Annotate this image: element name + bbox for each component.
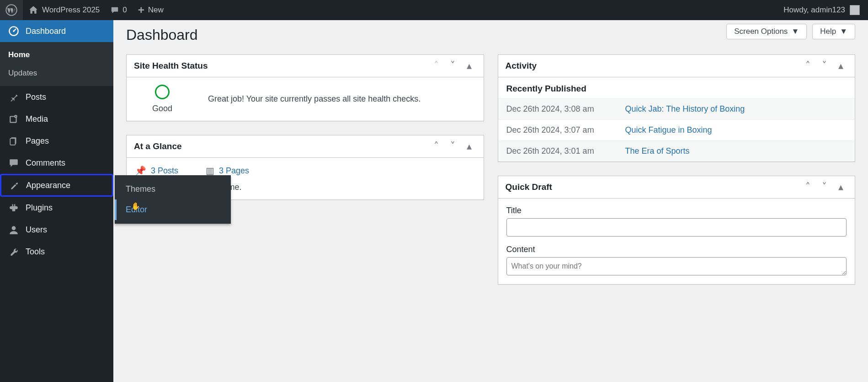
comments-link[interactable]: 0 bbox=[105, 0, 132, 20]
content-label: Content bbox=[506, 245, 847, 254]
activity-date: Dec 26th 2024, 3:07 am bbox=[506, 125, 612, 135]
wordpress-logo-menu[interactable] bbox=[0, 0, 23, 20]
activity-date: Dec 26th 2024, 3:08 am bbox=[506, 104, 612, 114]
toggle-button[interactable]: ▴ bbox=[834, 182, 847, 193]
chevron-down-icon: ▼ bbox=[791, 27, 799, 36]
appearance-flyout: Themes Editor ✋ bbox=[115, 175, 231, 224]
activity-link[interactable]: Quick Jab: The History of Boxing bbox=[625, 104, 745, 114]
svg-rect-6 bbox=[10, 139, 15, 145]
activity-link[interactable]: Quick Fatigue in Boxing bbox=[625, 125, 712, 135]
activity-row: Dec 26th 2024, 3:07 am Quick Fatigue in … bbox=[498, 119, 855, 140]
move-up-button[interactable]: ˄ bbox=[430, 60, 443, 71]
sidebar-item-media[interactable]: Media bbox=[0, 108, 113, 130]
sidebar-label: Media bbox=[26, 114, 48, 124]
pin-icon bbox=[8, 91, 19, 102]
sidebar-sub-updates[interactable]: Updates bbox=[0, 64, 113, 82]
main-content: Screen Options ▼ Help ▼ Dashboard Site H… bbox=[113, 0, 868, 298]
sidebar-label: Posts bbox=[26, 92, 46, 102]
howdy-text: Howdy, admin123 bbox=[783, 5, 845, 15]
comments-count: 0 bbox=[122, 5, 127, 15]
sidebar-label: Plugins bbox=[26, 203, 53, 213]
admin-sidebar: Dashboard Home Updates Posts Media Pages… bbox=[0, 20, 113, 298]
widget-title: Activity bbox=[506, 61, 801, 71]
activity-list: Dec 26th 2024, 3:08 am Quick Jab: The Hi… bbox=[498, 98, 855, 161]
activity-link[interactable]: The Era of Sports bbox=[625, 146, 690, 156]
sidebar-item-users[interactable]: Users bbox=[0, 219, 113, 241]
screen-meta-links: Screen Options ▼ Help ▼ bbox=[726, 24, 855, 39]
avatar bbox=[850, 5, 860, 15]
pages-icon: ▥ bbox=[206, 165, 214, 176]
new-content-link[interactable]: + New bbox=[133, 0, 169, 20]
sidebar-item-posts[interactable]: Posts bbox=[0, 86, 113, 108]
toggle-button[interactable]: ▴ bbox=[463, 141, 476, 152]
widget-title: Quick Draft bbox=[506, 182, 801, 192]
widget-title: Site Health Status bbox=[134, 61, 430, 71]
new-label: New bbox=[148, 5, 164, 15]
cursor-icon: ✋ bbox=[131, 202, 140, 210]
draft-content-input[interactable] bbox=[506, 257, 847, 275]
health-message: Great job! Your site currently passes al… bbox=[208, 93, 421, 105]
wordpress-logo-icon bbox=[5, 4, 17, 16]
health-status: Good bbox=[135, 104, 190, 113]
activity-section-title: Recently Published bbox=[498, 77, 855, 98]
plugin-icon bbox=[8, 202, 19, 213]
plus-icon: + bbox=[138, 5, 144, 16]
tools-icon bbox=[8, 246, 19, 257]
activity-widget: Activity ˄ ˅ ▴ Recently Published Dec 26… bbox=[498, 54, 856, 162]
pages-count-link[interactable]: 3 Pages bbox=[219, 166, 249, 176]
sidebar-item-pages[interactable]: Pages bbox=[0, 130, 113, 152]
sidebar-label: Comments bbox=[26, 158, 65, 168]
sidebar-label: Dashboard bbox=[26, 27, 66, 36]
activity-date: Dec 26th 2024, 3:01 am bbox=[506, 146, 612, 156]
sidebar-label: Users bbox=[26, 225, 47, 235]
svg-point-2 bbox=[13, 30, 15, 32]
comment-icon bbox=[111, 6, 119, 14]
health-indicator-icon bbox=[155, 85, 170, 99]
posts-count-link[interactable]: 3 Posts bbox=[151, 166, 178, 176]
sidebar-item-comments[interactable]: Comments bbox=[0, 152, 113, 174]
user-icon bbox=[8, 224, 19, 235]
appearance-icon bbox=[9, 180, 20, 191]
sidebar-label: Tools bbox=[26, 247, 45, 257]
sidebar-label: Appearance bbox=[26, 181, 70, 190]
draft-title-input[interactable] bbox=[506, 218, 847, 237]
sidebar-label: Pages bbox=[26, 136, 49, 146]
dashboard-icon bbox=[8, 26, 19, 37]
move-up-button[interactable]: ˄ bbox=[801, 182, 815, 193]
widget-title: At a Glance bbox=[134, 141, 430, 151]
screen-options-button[interactable]: Screen Options ▼ bbox=[726, 24, 807, 39]
activity-row: Dec 26th 2024, 3:01 am The Era of Sports bbox=[498, 140, 855, 161]
move-up-button[interactable]: ˄ bbox=[801, 60, 815, 71]
site-health-widget: Site Health Status ˄ ˅ ▴ Good Great job!… bbox=[126, 54, 484, 121]
move-up-button[interactable]: ˄ bbox=[430, 141, 443, 152]
toggle-button[interactable]: ▴ bbox=[463, 60, 476, 71]
pin-icon: 📌 bbox=[135, 165, 146, 176]
media-icon bbox=[8, 113, 19, 124]
sidebar-item-appearance[interactable]: Appearance Themes Editor ✋ bbox=[0, 174, 113, 197]
admin-bar: WordPress 2025 0 + New Howdy, admin123 bbox=[0, 0, 868, 20]
comment-icon bbox=[8, 157, 19, 168]
activity-row: Dec 26th 2024, 3:08 am Quick Jab: The Hi… bbox=[498, 98, 855, 119]
site-home-link[interactable]: WordPress 2025 bbox=[23, 0, 105, 20]
pages-icon bbox=[8, 135, 19, 146]
quick-draft-widget: Quick Draft ˄ ˅ ▴ Title Content bbox=[498, 176, 856, 285]
home-icon bbox=[28, 5, 38, 15]
svg-point-7 bbox=[12, 226, 16, 230]
sidebar-item-plugins[interactable]: Plugins bbox=[0, 197, 113, 219]
sidebar-item-dashboard[interactable]: Dashboard bbox=[0, 20, 113, 42]
account-menu[interactable]: Howdy, admin123 bbox=[781, 0, 863, 20]
title-label: Title bbox=[506, 206, 847, 215]
sidebar-item-tools[interactable]: Tools bbox=[0, 241, 113, 263]
chevron-down-icon: ▼ bbox=[840, 27, 847, 36]
move-down-button[interactable]: ˅ bbox=[446, 60, 460, 71]
site-name: WordPress 2025 bbox=[42, 5, 100, 15]
sidebar-submenu-dashboard: Home Updates bbox=[0, 42, 113, 86]
help-button[interactable]: Help ▼ bbox=[812, 24, 855, 39]
flyout-themes[interactable]: Themes bbox=[115, 179, 231, 199]
move-down-button[interactable]: ˅ bbox=[446, 141, 460, 152]
toggle-button[interactable]: ▴ bbox=[834, 60, 847, 71]
move-down-button[interactable]: ˅ bbox=[817, 182, 831, 193]
sidebar-sub-home[interactable]: Home bbox=[0, 46, 113, 64]
move-down-button[interactable]: ˅ bbox=[817, 60, 831, 71]
